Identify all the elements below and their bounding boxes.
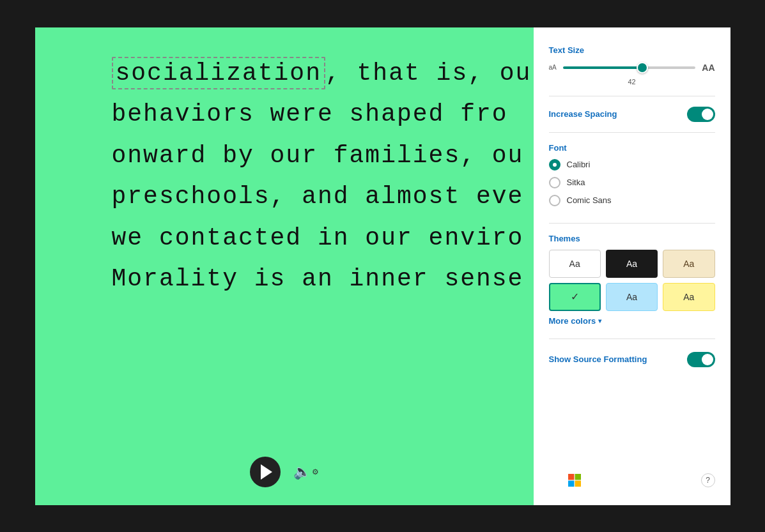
themes-section: Themes Aa Aa Aa ✓ Aa Aa More colors ▾ [549,234,715,328]
radio-comic-sans [549,195,560,206]
text-line-5: we contacted in our enviro [112,218,514,259]
size-min-label: aA [549,64,557,71]
theme-yellow-button[interactable]: Aa [663,283,715,311]
font-option-comic-sans[interactable]: Comic Sans [549,195,715,206]
text-line-6: Morality is an inner sense [112,259,514,300]
slider-track [563,66,696,69]
svg-rect-2 [568,480,574,486]
themes-label: Themes [549,234,715,243]
text-size-section: Text Size aA AA 42 [549,45,715,86]
show-source-section: Show Source Formatting [549,352,715,367]
theme-sepia-button[interactable]: Aa [663,250,715,278]
font-option-sitka[interactable]: Sitka [549,177,715,188]
radio-sitka [549,177,560,188]
font-sitka-label: Sitka [567,178,585,187]
microsoft-logo [549,474,600,487]
font-option-calibri[interactable]: Calibri [549,159,715,171]
panel-footer: ? [549,460,715,487]
theme-black-button[interactable]: Aa [606,250,658,278]
increase-spacing-label: Increase Spacing [549,109,617,119]
toggle-knob [702,109,713,120]
slider-thumb [637,62,648,73]
speaker-settings-button[interactable]: 🔈 ⚙ [293,464,319,480]
theme-blue-button[interactable]: Aa [606,283,658,311]
theme-white-button[interactable]: Aa [549,250,601,278]
show-source-toggle[interactable] [687,352,715,367]
svg-rect-0 [568,474,574,480]
text-line-4: preschools, and almost eve [112,176,514,218]
settings-panel: Text Size aA AA 42 Increase Spacing [534,27,730,505]
divider-4 [549,338,715,339]
speaker-icon: 🔈 [293,464,311,480]
reading-pane: socialization, that is, our behaviors we… [35,27,534,505]
show-source-label: Show Source Formatting [549,354,647,364]
highlighted-word: socialization [112,57,325,89]
theme-green-button[interactable]: ✓ [549,283,601,311]
reading-content: socialization, that is, our behaviors we… [112,53,514,301]
text-line-3: onward by our families, ou [112,135,514,177]
source-toggle-knob [702,354,713,365]
play-icon [261,464,272,480]
divider-3 [549,223,715,224]
chevron-down-icon: ▾ [598,317,601,324]
app-frame: socialization, that is, our behaviors we… [31,24,734,509]
svg-rect-3 [575,480,580,486]
svg-rect-1 [575,474,580,480]
themes-grid: Aa Aa Aa ✓ Aa Aa [549,250,715,311]
play-button[interactable] [250,457,281,487]
size-max-label: AA [702,63,715,73]
check-icon: ✓ [571,291,579,303]
increase-spacing-toggle[interactable] [687,107,715,122]
size-value: 42 [628,78,635,86]
help-button[interactable]: ? [701,473,715,487]
font-calibri-label: Calibri [567,160,591,169]
text-size-slider[interactable] [563,61,696,74]
speaker-gear-icon: ⚙ [312,467,319,476]
more-colors-button[interactable]: More colors ▾ [549,316,715,326]
radio-calibri [549,159,560,171]
font-comic-sans-label: Comic Sans [567,195,612,205]
font-section: Font Calibri Sitka Comic Sans [549,143,715,213]
size-value-labels: 42 [549,78,715,86]
more-colors-label: More colors [549,316,596,326]
divider-2 [549,132,715,133]
text-line-1: socialization, that is, our [112,53,514,95]
text-size-label: Text Size [549,45,715,55]
media-controls: 🔈 ⚙ [35,457,534,487]
font-label: Font [549,143,715,153]
increase-spacing-section: Increase Spacing [549,107,715,122]
divider-1 [549,96,715,96]
text-size-slider-row: aA AA [549,61,715,74]
text-line-2: behaviors were shaped fro [112,94,514,135]
